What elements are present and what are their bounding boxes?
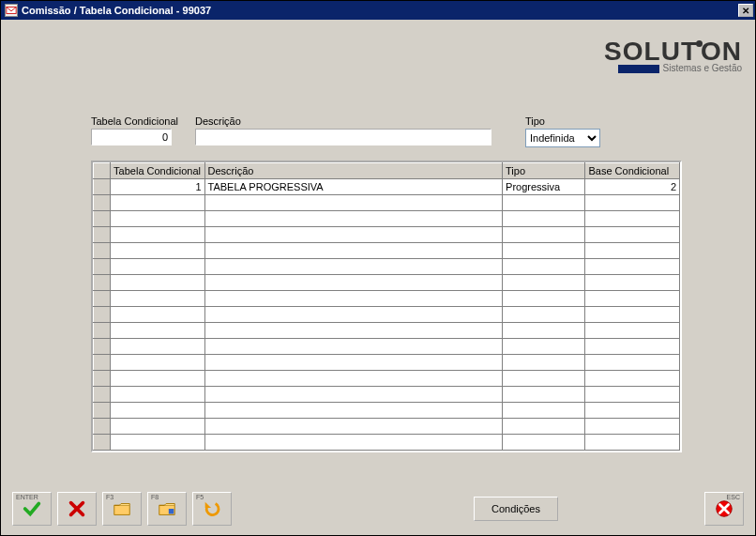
cell-tabela-condicional[interactable]	[111, 307, 204, 323]
cell-tipo[interactable]	[503, 195, 585, 211]
table-row[interactable]	[94, 275, 680, 291]
cell-tipo[interactable]	[503, 403, 585, 419]
table-row[interactable]	[94, 307, 680, 323]
cell-descricao[interactable]	[204, 275, 503, 291]
cell-base-condicional[interactable]	[585, 195, 680, 211]
table-row[interactable]	[94, 387, 680, 403]
cell-base-condicional[interactable]	[585, 355, 680, 371]
f8-button[interactable]: F8	[147, 492, 187, 526]
cell-tipo[interactable]	[503, 243, 585, 259]
cell-base-condicional[interactable]	[585, 403, 680, 419]
cell-descricao[interactable]	[204, 371, 503, 387]
cell-descricao[interactable]	[204, 339, 503, 355]
cell-tabela-condicional[interactable]	[111, 403, 204, 419]
cell-tipo[interactable]	[503, 323, 585, 339]
cell-tabela-condicional[interactable]	[111, 371, 204, 387]
row-selector[interactable]	[94, 179, 111, 195]
cell-tipo[interactable]	[503, 435, 585, 451]
condicoes-button[interactable]: Condições	[474, 497, 558, 521]
cell-descricao[interactable]	[204, 211, 503, 227]
row-selector[interactable]	[94, 371, 111, 387]
row-selector[interactable]	[94, 435, 111, 451]
cell-base-condicional[interactable]	[585, 243, 680, 259]
cancel-button[interactable]	[57, 492, 97, 526]
cell-tabela-condicional[interactable]	[111, 339, 204, 355]
cell-base-condicional[interactable]	[585, 419, 680, 435]
cell-tipo[interactable]	[503, 211, 585, 227]
cell-tipo[interactable]	[503, 387, 585, 403]
cell-descricao[interactable]	[204, 419, 503, 435]
cell-base-condicional[interactable]: 2	[585, 179, 680, 195]
cell-tipo[interactable]	[503, 291, 585, 307]
cell-base-condicional[interactable]	[585, 435, 680, 451]
table-row[interactable]	[94, 259, 680, 275]
table-row[interactable]	[94, 403, 680, 419]
table-row[interactable]	[94, 323, 680, 339]
f5-button[interactable]: F5	[192, 492, 232, 526]
table-row[interactable]	[94, 211, 680, 227]
row-selector[interactable]	[94, 419, 111, 435]
data-grid[interactable]: Tabela Condicional Descrição Tipo Base C…	[91, 161, 682, 452]
row-selector[interactable]	[94, 387, 111, 403]
cell-tabela-condicional[interactable]	[111, 291, 204, 307]
cell-descricao[interactable]	[204, 387, 503, 403]
row-selector[interactable]	[94, 403, 111, 419]
row-selector[interactable]	[94, 291, 111, 307]
cell-base-condicional[interactable]	[585, 227, 680, 243]
cell-tabela-condicional[interactable]	[111, 211, 204, 227]
table-row[interactable]	[94, 243, 680, 259]
row-selector[interactable]	[94, 227, 111, 243]
cell-descricao[interactable]: TABELA PROGRESSIVA	[204, 179, 503, 195]
cell-base-condicional[interactable]	[585, 211, 680, 227]
row-selector[interactable]	[94, 339, 111, 355]
row-selector[interactable]	[94, 323, 111, 339]
col-header-tipo[interactable]: Tipo	[503, 163, 585, 179]
cell-descricao[interactable]	[204, 435, 503, 451]
descricao-input[interactable]	[195, 129, 491, 145]
row-selector[interactable]	[94, 195, 111, 211]
table-row[interactable]	[94, 227, 680, 243]
cell-tabela-condicional[interactable]	[111, 259, 204, 275]
cell-tabela-condicional[interactable]	[111, 355, 204, 371]
cell-tabela-condicional[interactable]: 1	[111, 179, 204, 195]
table-row[interactable]	[94, 435, 680, 451]
cell-descricao[interactable]	[204, 195, 503, 211]
cell-tabela-condicional[interactable]	[111, 243, 204, 259]
col-header-descricao[interactable]: Descrição	[204, 163, 503, 179]
table-row[interactable]	[94, 419, 680, 435]
cell-tipo[interactable]	[503, 355, 585, 371]
col-header-base-condicional[interactable]: Base Condicional	[585, 163, 680, 179]
col-header-tabela-condicional[interactable]: Tabela Condicional	[111, 163, 204, 179]
cell-base-condicional[interactable]	[585, 339, 680, 355]
table-row[interactable]: 1TABELA PROGRESSIVAProgressiva2	[94, 179, 680, 195]
cell-descricao[interactable]	[204, 323, 503, 339]
cell-base-condicional[interactable]	[585, 387, 680, 403]
table-row[interactable]	[94, 339, 680, 355]
cell-base-condicional[interactable]	[585, 275, 680, 291]
f3-button[interactable]: F3	[102, 492, 142, 526]
cell-tipo[interactable]	[503, 307, 585, 323]
cell-descricao[interactable]	[204, 403, 503, 419]
cell-tabela-condicional[interactable]	[111, 387, 204, 403]
cell-tipo[interactable]	[503, 227, 585, 243]
row-selector[interactable]	[94, 275, 111, 291]
tabela-condicional-input[interactable]	[91, 129, 172, 145]
cell-tipo[interactable]	[503, 339, 585, 355]
cell-base-condicional[interactable]	[585, 323, 680, 339]
row-selector[interactable]	[94, 307, 111, 323]
cell-base-condicional[interactable]	[585, 307, 680, 323]
cell-descricao[interactable]	[204, 259, 503, 275]
cell-base-condicional[interactable]	[585, 291, 680, 307]
cell-tipo[interactable]	[503, 419, 585, 435]
cell-tipo[interactable]	[503, 275, 585, 291]
cell-tipo[interactable]	[503, 371, 585, 387]
cell-tabela-condicional[interactable]	[111, 323, 204, 339]
row-selector[interactable]	[94, 355, 111, 371]
table-row[interactable]	[94, 355, 680, 371]
table-row[interactable]	[94, 291, 680, 307]
table-row[interactable]	[94, 195, 680, 211]
cell-descricao[interactable]	[204, 307, 503, 323]
close-button[interactable]: ✕	[738, 4, 753, 17]
table-row[interactable]	[94, 371, 680, 387]
cell-tabela-condicional[interactable]	[111, 275, 204, 291]
